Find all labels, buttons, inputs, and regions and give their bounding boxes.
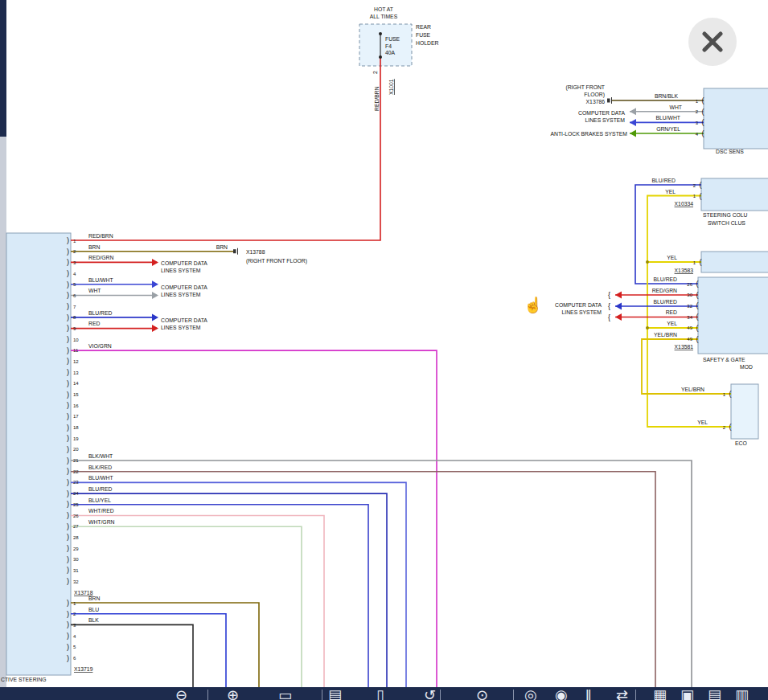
close-button[interactable] [688, 18, 737, 66]
x13718-pins-number: 23 [73, 480, 79, 485]
toolbar-separator [207, 690, 208, 700]
swap-icon[interactable]: ⇄ [616, 688, 628, 700]
download-icon[interactable]: ▣ [680, 688, 694, 700]
pin-bracket: ( [700, 181, 702, 189]
save-icon[interactable]: ▤ [708, 688, 721, 700]
signal-arrow-icon [630, 130, 636, 137]
connector-link-X13719[interactable]: X13719 [74, 666, 93, 672]
fit-width-icon[interactable]: ▯ [376, 688, 384, 700]
pin-bracket: ) [67, 391, 69, 399]
wire-blk-b3 [71, 624, 193, 687]
label: YEL/BRN [681, 387, 704, 392]
pin-bracket: ) [67, 467, 69, 475]
annotations-icon[interactable]: ▤ [328, 688, 342, 700]
gateway-pins-number: 26 [687, 282, 692, 287]
label: BLU/RED [88, 310, 113, 316]
label: COMPUTER DATA [555, 302, 602, 308]
pause-icon[interactable]: ‖ [585, 688, 591, 700]
label: BRN [216, 244, 228, 250]
pin-bracket: ) [67, 424, 69, 432]
x13718-pins-number: 18 [73, 425, 79, 430]
label: FUSE [416, 32, 431, 38]
pin-bracket: ) [67, 599, 69, 607]
fit-page-icon[interactable]: ▭ [278, 688, 292, 700]
pin-bracket: ( [700, 192, 702, 200]
label: FLOOR) [584, 92, 605, 98]
pin-bracket: ) [67, 511, 69, 519]
label: COMPUTER DATA [578, 110, 625, 116]
label: YEL/BRN [654, 332, 677, 338]
select-icon[interactable]: ◉ [555, 688, 568, 700]
pin-bracket: ) [67, 445, 69, 453]
bottom-toolbar[interactable]: ⊖⊕▭▤▯↺⊙◎◉‖⇄▦▣▤▥ [0, 687, 768, 700]
x13719-pins-number: 5 [73, 645, 76, 649]
wiring-diagram: )1)2)3)4)5)6)7)8)9)10)11)12)13)14)15)16)… [0, 0, 768, 687]
pin-bracket: ) [67, 456, 69, 465]
label: BLK/RED [88, 465, 112, 470]
connector-link-X10334[interactable]: X10334 [675, 201, 694, 207]
dsc-sensor-box [704, 88, 768, 149]
gateway-pins-number: 34 [687, 315, 692, 320]
connector-link-X13583[interactable]: X13583 [675, 268, 694, 273]
pin-bracket: ( [702, 108, 704, 116]
x13718-pins-number: 19 [73, 436, 79, 441]
pin-bracket: ) [67, 368, 69, 376]
pan-icon[interactable]: ◎ [524, 688, 537, 700]
label: COMPUTER DATA [161, 317, 207, 323]
label: WHT [88, 288, 101, 293]
grid-icon[interactable]: ▦ [653, 688, 667, 700]
zoom-in-icon[interactable]: ⊕ [227, 688, 239, 700]
rotate-icon[interactable]: ↺ [424, 688, 436, 700]
x13718-pins-number: 17 [73, 414, 79, 419]
connector-link-X13581[interactable]: X13581 [675, 344, 694, 350]
label: LINES SYSTEM [562, 309, 602, 315]
wire-vio-grn-pin11 [71, 350, 437, 687]
label: (RIGHT FRONT [565, 84, 605, 91]
label: LINES SYSTEM [161, 268, 201, 273]
pin-bracket: ) [67, 544, 69, 552]
label: WHT [670, 104, 682, 110]
pin-bracket: ) [67, 236, 69, 244]
label: GRN/YEL [656, 126, 680, 132]
toolbar-separator [513, 690, 514, 700]
window-edge-side [0, 137, 6, 687]
label: BLU/RED [88, 486, 113, 492]
connector-link-X13718[interactable]: X13718 [74, 590, 93, 596]
close-icon [702, 31, 723, 52]
zoom-out-icon[interactable]: ⊖ [175, 688, 187, 700]
label: BLK/WHT [88, 453, 113, 459]
label: ALL TIMES [370, 14, 398, 19]
x13718-pins-number: 29 [73, 546, 79, 551]
pin-bracket: ) [67, 577, 69, 585]
pin-bracket: ) [67, 533, 69, 541]
search-icon[interactable]: ⊙ [476, 688, 488, 700]
pin-bracket: ) [67, 401, 69, 409]
x13718-pins-number: 14 [73, 381, 79, 386]
label: BLU/RED [652, 178, 676, 183]
connector-link-X1001[interactable]: X1001 [388, 79, 394, 95]
toolbar-separator [635, 690, 636, 700]
label: ECO [735, 440, 747, 446]
label: HOLDER [416, 40, 438, 46]
x13583-box [701, 252, 768, 272]
pin-bracket: ) [67, 379, 69, 387]
label: BRN/BLK [655, 93, 679, 99]
label: (RIGHT FRONT FLOOR) [246, 258, 307, 264]
pin-bracket: ) [67, 643, 69, 651]
label: SWITCH CLUS [708, 220, 745, 226]
pin-bracket: ( [696, 313, 699, 321]
pin-bracket: ( [696, 291, 699, 299]
signal-arrow-icon [152, 292, 158, 299]
label: YEL [667, 321, 677, 326]
print-icon[interactable]: ▥ [735, 688, 749, 700]
pin-bracket: ( [696, 280, 699, 288]
x13718-pins-number: 30 [73, 557, 79, 562]
gateway-pins-number: 32 [687, 304, 692, 309]
pin-bracket: ( [702, 118, 704, 126]
label: BLK [88, 617, 99, 623]
label: COMPUTER DATA [161, 260, 207, 266]
pin-bracket: ) [67, 555, 69, 563]
x13718-pins-number: 28 [73, 535, 79, 540]
label: BLU/RED [654, 299, 678, 305]
pin-bracket: ( [702, 129, 704, 137]
